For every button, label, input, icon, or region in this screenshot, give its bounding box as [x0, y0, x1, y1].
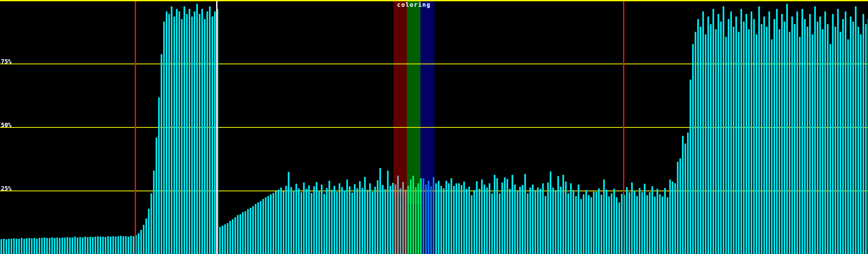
histogram-bar: [278, 190, 279, 254]
histogram-bar: [41, 238, 43, 254]
histogram-bar: [23, 239, 25, 254]
histogram-bar: [794, 24, 796, 254]
histogram-bar: [59, 238, 61, 254]
y-axis-label-75%: 75%: [1, 59, 11, 64]
histogram-bar: [372, 192, 373, 254]
histogram-bar: [639, 188, 640, 254]
histogram-bar: [603, 179, 605, 254]
histogram-bar: [504, 177, 506, 254]
histogram-bar: [395, 185, 396, 254]
histogram-bar: [168, 14, 170, 254]
histogram-bar: [847, 39, 849, 254]
histogram-bar: [16, 239, 17, 254]
histogram-bar: [298, 188, 300, 254]
histogram-bar: [580, 199, 582, 254]
histogram-bar: [140, 230, 142, 254]
histogram-bar: [585, 190, 587, 254]
histogram-bar: [410, 179, 412, 254]
histogram-bar: [87, 237, 89, 254]
histogram-bar: [725, 37, 727, 254]
histogram-bar: [746, 14, 747, 254]
histogram-bar: [664, 188, 666, 254]
histogram-bar: [710, 24, 712, 254]
histogram-bar: [550, 171, 551, 254]
histogram-bar: [173, 17, 175, 254]
histogram-bar: [260, 201, 262, 254]
histogram-bar: [267, 196, 269, 254]
histogram-bar: [512, 175, 513, 254]
histogram-bar: [69, 237, 71, 254]
histogram-bar: [590, 197, 592, 254]
white-marker: [216, 1, 217, 254]
histogram-bar: [234, 217, 236, 254]
histogram-bar: [613, 189, 615, 254]
histogram-bar: [697, 19, 699, 254]
histogram-bar: [323, 194, 325, 254]
histogram-bar: [540, 189, 541, 254]
histogram-bar: [425, 185, 427, 254]
histogram-bar: [133, 236, 134, 254]
histogram-bar: [171, 6, 172, 254]
histogram-bar: [405, 190, 406, 254]
histogram-bar: [807, 27, 808, 254]
histogram-bar: [262, 199, 264, 254]
histogram-bar: [687, 133, 689, 254]
histogram-bar: [852, 22, 854, 254]
histogram-bar: [224, 224, 226, 254]
histogram-bar: [161, 54, 162, 254]
histogram-bar: [369, 183, 371, 254]
histogram-bar: [634, 191, 635, 254]
histogram-bar: [115, 237, 117, 254]
histogram-bar: [331, 190, 333, 254]
histogram-bar: [649, 192, 651, 254]
histogram-bar: [31, 238, 33, 254]
y-axis-label-50%: 50%: [1, 122, 11, 127]
histogram-bar: [669, 179, 671, 254]
histogram-bar: [438, 181, 440, 254]
histogram-bar: [306, 189, 307, 254]
histogram-bar: [529, 188, 531, 254]
histogram-bar: [784, 22, 785, 254]
histogram-bar: [11, 239, 12, 254]
histogram-bar: [26, 238, 28, 254]
histogram-bar: [36, 239, 38, 254]
histogram-bar: [95, 237, 96, 254]
histogram-bar: [519, 187, 521, 254]
histogram-bar: [374, 187, 376, 254]
histogram-bar: [196, 4, 198, 254]
histogram-bar: [229, 221, 231, 254]
histogram-bar: [557, 176, 559, 254]
histogram-bar: [209, 6, 211, 254]
histogram-bar: [672, 182, 673, 254]
histogram-bar: [773, 19, 775, 254]
histogram-bar: [595, 192, 597, 254]
histogram-bar: [473, 190, 475, 254]
histogram-bar: [79, 237, 81, 254]
histogram-bar: [862, 14, 864, 254]
histogram-bar: [359, 181, 361, 254]
histogram-bar: [583, 194, 584, 254]
histogram-bar: [245, 211, 246, 254]
histogram-bar: [148, 209, 150, 254]
histogram-bar: [379, 168, 381, 254]
histogram-bar: [61, 237, 63, 254]
histogram-bar: [575, 196, 577, 254]
histogram-bar: [799, 37, 801, 254]
histogram-bar: [496, 178, 498, 254]
histogram-bar: [763, 17, 765, 254]
histogram-bar: [336, 192, 338, 254]
coloring-label: coloring: [397, 1, 431, 8]
histogram-bar: [219, 227, 221, 254]
histogram-bar: [771, 39, 773, 254]
histogram-bar: [451, 178, 452, 254]
histogram-bar: [145, 218, 147, 254]
histogram-bar: [242, 212, 244, 254]
histogram-bar: [39, 238, 40, 254]
histogram-bar: [756, 34, 757, 254]
histogram-bar: [471, 195, 473, 254]
histogram-bar: [362, 188, 363, 254]
histogram-bar: [28, 238, 30, 254]
histogram-bar: [537, 188, 539, 254]
histogram-bar: [194, 11, 195, 254]
histogram-bar: [509, 189, 511, 254]
